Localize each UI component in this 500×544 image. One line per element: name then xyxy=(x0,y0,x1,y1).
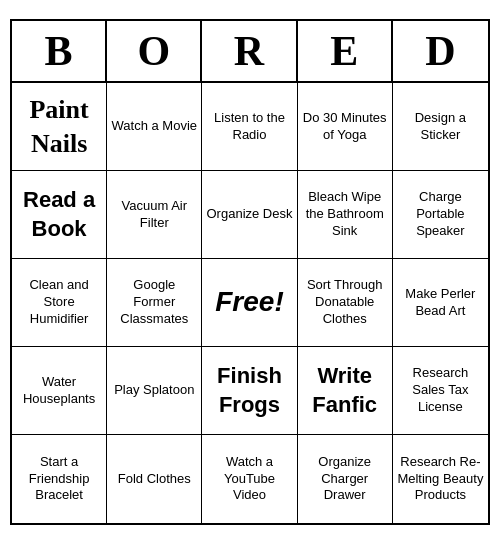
bingo-header: BORED xyxy=(12,21,488,83)
bingo-letter-b: B xyxy=(12,21,107,81)
bingo-cell-listen-radio[interactable]: Listen to the Radio xyxy=(202,83,297,171)
bingo-cell-research-sales-tax[interactable]: Research Sales Tax License xyxy=(393,347,488,435)
bingo-cell-paint-nails[interactable]: Paint Nails xyxy=(12,83,107,171)
bingo-card: BORED Paint NailsWatch a MovieListen to … xyxy=(10,19,490,525)
bingo-cell-finish-frogs[interactable]: Finish Frogs xyxy=(202,347,297,435)
bingo-cell-water-houseplants[interactable]: Water Houseplants xyxy=(12,347,107,435)
bingo-cell-youtube-video[interactable]: Watch a YouTube Video xyxy=(202,435,297,523)
bingo-letter-o: O xyxy=(107,21,202,81)
bingo-cell-read-book[interactable]: Read a Book xyxy=(12,171,107,259)
bingo-cell-design-sticker[interactable]: Design a Sticker xyxy=(393,83,488,171)
bingo-cell-organize-desk[interactable]: Organize Desk xyxy=(202,171,297,259)
bingo-cell-vacuum-filter[interactable]: Vacuum Air Filter xyxy=(107,171,202,259)
bingo-cell-charge-speaker[interactable]: Charge Portable Speaker xyxy=(393,171,488,259)
bingo-cell-free[interactable]: Free! xyxy=(202,259,297,347)
bingo-cell-perler-bead[interactable]: Make Perler Bead Art xyxy=(393,259,488,347)
bingo-letter-d: D xyxy=(393,21,488,81)
bingo-cell-play-splatoon[interactable]: Play Splatoon xyxy=(107,347,202,435)
bingo-cell-yoga[interactable]: Do 30 Minutes of Yoga xyxy=(298,83,393,171)
bingo-grid: Paint NailsWatch a MovieListen to the Ra… xyxy=(12,83,488,523)
bingo-cell-friendship-bracelet[interactable]: Start a Friendship Bracelet xyxy=(12,435,107,523)
bingo-cell-bleach-wipe[interactable]: Bleach Wipe the Bathroom Sink xyxy=(298,171,393,259)
bingo-cell-google-classmates[interactable]: Google Former Classmates xyxy=(107,259,202,347)
bingo-cell-clean-humidifier[interactable]: Clean and Store Humidifier xyxy=(12,259,107,347)
bingo-cell-watch-movie[interactable]: Watch a Movie xyxy=(107,83,202,171)
bingo-letter-r: R xyxy=(202,21,297,81)
bingo-cell-research-beauty[interactable]: Research Re-Melting Beauty Products xyxy=(393,435,488,523)
bingo-cell-fold-clothes[interactable]: Fold Clothes xyxy=(107,435,202,523)
bingo-cell-write-fanfic[interactable]: Write Fanfic xyxy=(298,347,393,435)
bingo-cell-sort-clothes[interactable]: Sort Through Donatable Clothes xyxy=(298,259,393,347)
bingo-letter-e: E xyxy=(298,21,393,81)
bingo-cell-organize-charger[interactable]: Organize Charger Drawer xyxy=(298,435,393,523)
